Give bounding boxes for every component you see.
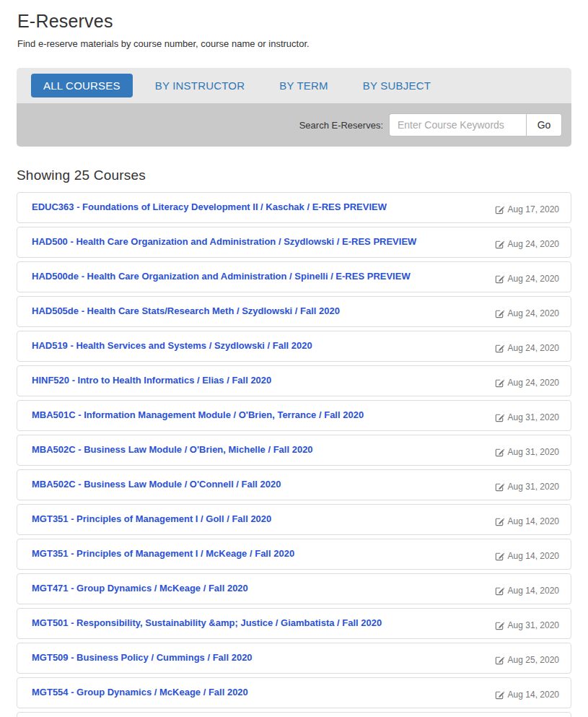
edit-pencil-square-icon [495,517,504,526]
course-card: MBA502C - Business Law Module / O'Connel… [17,469,571,500]
course-card: MBA501C - Information Management Module … [17,400,571,431]
course-card: HAD505de - Health Care Stats/Research Me… [17,296,571,327]
course-link[interactable]: HINF520 - Intro to Health Informatics / … [32,375,271,386]
course-updated-date: Aug 24, 2020 [495,378,559,388]
course-link[interactable]: MGT501 - Responsibility, Sustainability … [32,617,382,628]
edit-pencil-square-icon [495,448,504,457]
search-input-group: Go [389,113,562,136]
search-input[interactable] [389,113,526,136]
search-label: Search E-Reserves: [299,120,383,131]
edit-pencil-square-icon [495,656,504,665]
course-link[interactable]: MBA502C - Business Law Module / O'Brien,… [32,444,313,455]
course-updated-date-text: Aug 14, 2020 [508,690,559,700]
course-link[interactable]: MGT351 - Principles of Management I / Go… [32,513,271,524]
edit-pencil-square-icon [495,274,504,284]
course-card: HAD519 - Health Services and Systems / S… [17,331,571,362]
course-updated-date-text: Aug 25, 2020 [508,655,559,665]
course-updated-date: Aug 24, 2020 [495,308,559,318]
course-card: MGT351 - Principles of Management I / Mc… [17,539,571,570]
course-updated-date: Aug 31, 2020 [495,482,559,492]
tab-by-term[interactable]: BY TERM [267,74,341,97]
course-card: MGT554 - Group Dynamics / McKeage / Fall… [17,677,571,708]
course-card: HINF520 - Intro to Health Informatics / … [17,365,571,396]
course-card: MGT501 - Responsibility, Sustainability … [17,608,571,639]
edit-pencil-square-icon [495,482,504,492]
tab-by-subject[interactable]: BY SUBJECT [351,74,443,97]
course-updated-date-text: Aug 31, 2020 [508,447,559,457]
course-link[interactable]: EDUC363 - Foundations of Literacy Develo… [32,201,387,212]
edit-pencil-square-icon [495,690,504,700]
course-updated-date-text: Aug 31, 2020 [508,620,559,630]
course-link[interactable]: MGT351 - Principles of Management I / Mc… [32,548,294,559]
search-bar: Search E-Reserves: Go [17,103,571,147]
course-updated-date: Aug 25, 2020 [495,655,559,665]
filter-panel: ALL COURSES BY INSTRUCTOR BY TERM BY SUB… [17,68,571,147]
course-updated-date: Aug 14, 2020 [495,516,559,526]
course-card: EDUC363 - Foundations of Literacy Develo… [17,192,571,223]
course-card: MGT351 - Principles of Management I / Go… [17,504,571,535]
course-updated-date: Aug 31, 2020 [495,447,559,457]
course-updated-date-text: Aug 31, 2020 [508,412,559,422]
edit-pencil-square-icon [495,344,504,353]
course-updated-date: Aug 17, 2020 [495,204,559,214]
course-card: HAD500de - Health Care Organization and … [17,261,571,292]
course-updated-date-text: Aug 14, 2020 [508,551,559,561]
course-updated-date: Aug 14, 2020 [495,586,559,596]
course-link[interactable]: HAD519 - Health Services and Systems / S… [32,340,312,351]
course-card: MGT471 - Group Dynamics / McKeage / Fall… [17,573,571,604]
course-updated-date-text: Aug 24, 2020 [508,343,559,353]
course-updated-date: Aug 31, 2020 [495,412,559,422]
course-updated-date: Aug 14, 2020 [495,551,559,561]
edit-pencil-square-icon [495,378,504,388]
edit-pencil-square-icon [495,205,504,214]
course-link[interactable]: HAD505de - Health Care Stats/Research Me… [32,305,340,316]
course-updated-date: Aug 14, 2020 [495,690,559,700]
course-link[interactable]: MBA502C - Business Law Module / O'Connel… [32,479,281,490]
course-link[interactable]: HAD500de - Health Care Organization and … [32,271,411,282]
course-card: MGT509 - Business Policy / Cummings / Fa… [17,643,571,674]
course-updated-date: Aug 24, 2020 [495,239,559,249]
edit-pencil-square-icon [495,586,504,596]
page-title: E-Reserves [17,11,571,32]
course-updated-date-text: Aug 14, 2020 [508,586,559,596]
course-card: HAD500 - Health Care Organization and Ad… [17,227,571,258]
results-count-heading: Showing 25 Courses [17,168,571,183]
course-list: EDUC363 - Foundations of Literacy Develo… [17,192,571,717]
course-updated-date-text: Aug 24, 2020 [508,239,559,249]
course-updated-date: Aug 31, 2020 [495,620,559,630]
edit-pencil-square-icon [495,413,504,422]
course-updated-date-text: Aug 17, 2020 [508,204,559,214]
course-updated-date-text: Aug 24, 2020 [508,274,559,284]
edit-pencil-square-icon [495,621,504,630]
tab-by-instructor[interactable]: BY INSTRUCTOR [143,74,258,97]
course-updated-date-text: Aug 14, 2020 [508,516,559,526]
edit-pencil-square-icon [495,309,504,318]
edit-pencil-square-icon [495,240,504,249]
course-updated-date-text: Aug 24, 2020 [508,308,559,318]
page-subtitle: Find e-reserve materials by course numbe… [17,38,571,49]
course-updated-date: Aug 24, 2020 [495,274,559,284]
course-link[interactable]: MBA501C - Information Management Module … [32,409,364,420]
course-updated-date-text: Aug 31, 2020 [508,482,559,492]
course-card: MBA502C - Business Law Module / O'Brien,… [17,435,571,466]
edit-pencil-square-icon [495,552,504,561]
search-go-button[interactable]: Go [526,113,562,136]
course-link[interactable]: MGT509 - Business Policy / Cummings / Fa… [32,652,253,663]
course-link[interactable]: HAD500 - Health Care Organization and Ad… [32,236,416,247]
e-reserves-page: E-Reserves Find e-reserve materials by c… [0,0,588,717]
course-updated-date: Aug 24, 2020 [495,343,559,353]
course-tabs: ALL COURSES BY INSTRUCTOR BY TERM BY SUB… [17,68,571,103]
course-link[interactable]: MGT471 - Group Dynamics / McKeage / Fall… [32,583,248,594]
tab-all-courses[interactable]: ALL COURSES [31,74,133,97]
course-link[interactable]: MGT554 - Group Dynamics / McKeage / Fall… [32,687,248,698]
course-card-partial [17,712,571,717]
course-updated-date-text: Aug 24, 2020 [508,378,559,388]
